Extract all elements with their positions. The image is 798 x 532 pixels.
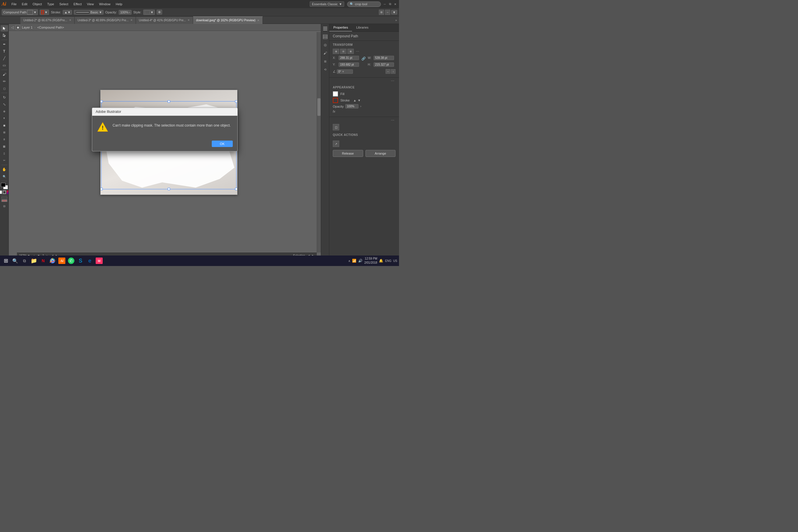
artboard-tool[interactable]: ▯ (1, 150, 8, 157)
style-dropdown[interactable]: ▼ (143, 10, 155, 15)
tab-0[interactable]: Untitled-2* @ 66.67% (RGB/Pre... ✕ (20, 16, 75, 24)
workspace-selector[interactable]: Essentials Classic ▼ (310, 1, 344, 7)
fill-color-btn[interactable] (0, 190, 2, 194)
tab-3-close[interactable]: ✕ (257, 19, 260, 22)
menu-edit[interactable]: Edit (20, 2, 30, 6)
taskbar-taskview-icon[interactable]: ⧉ (20, 256, 28, 265)
type-tool[interactable]: T (1, 48, 8, 55)
transform-options-dropdown[interactable]: ▼ (391, 10, 397, 15)
systray-expand[interactable]: ∧ (348, 259, 350, 263)
embed-btn[interactable]: ↗ (333, 140, 339, 147)
search-input[interactable] (355, 2, 378, 6)
flip-horizontal-btn[interactable]: ↔ (385, 69, 390, 74)
h-value[interactable]: 215.327 pt (374, 62, 394, 67)
stroke-up-btn[interactable]: ▲ (353, 99, 356, 102)
selection-tool[interactable] (1, 25, 8, 32)
line-tool[interactable]: ╱ (1, 55, 8, 61)
lock-proportions-icon[interactable]: 🔗 (361, 56, 365, 61)
menu-help[interactable]: Help (113, 2, 125, 6)
dialog-ok-button[interactable]: OK (212, 140, 233, 147)
breadcrumb-back[interactable]: ◁ (11, 25, 14, 30)
angle-dropdown[interactable]: ▼ (342, 70, 345, 73)
scale-tool[interactable]: ⤡ (1, 101, 8, 108)
taskbar-skype-icon[interactable]: S (76, 256, 84, 265)
layers-panel-icon[interactable] (322, 33, 329, 40)
taskbar-search-icon[interactable]: 🔍 (11, 256, 19, 265)
fill-stroke-swatches[interactable] (1, 183, 8, 189)
align-center-btn[interactable]: ⊟ (340, 49, 346, 54)
object-color-swatch[interactable] (27, 10, 33, 15)
paintbrush-tool[interactable]: 🖌 (1, 71, 8, 78)
properties-panel-icon[interactable] (322, 25, 329, 32)
opacity-dropdown[interactable]: 100% › (119, 10, 132, 15)
toggle-screens-btn[interactable]: ⊟ (1, 203, 8, 209)
taskbar-whatsapp-icon[interactable]: ✆ (67, 256, 75, 265)
vertical-scrollbar[interactable] (317, 32, 321, 252)
eraser-tool[interactable]: ◻ (1, 85, 8, 92)
normal-view-btn[interactable] (1, 196, 7, 199)
shape-builder-tool[interactable]: ⊕ (1, 108, 8, 115)
start-button[interactable]: ⊞ (2, 256, 10, 265)
angle-value[interactable]: 0° ▼ (337, 70, 353, 74)
close-button[interactable]: ✕ (393, 2, 397, 6)
taskbar-illustrator-icon[interactable]: Ai (58, 256, 66, 265)
systray-network[interactable]: 📶 (352, 259, 356, 263)
align-panel-icon[interactable]: ⊞ (322, 58, 329, 65)
align-transform-btn[interactable]: ⊞ (379, 10, 384, 15)
more-options-dots[interactable]: ··· (390, 78, 396, 83)
stroke-color-dropdown[interactable]: ▼ (40, 10, 49, 15)
align-right-btn[interactable]: ⊠ (347, 49, 354, 54)
vertical-scroll-thumb[interactable] (317, 98, 321, 116)
direct-selection-tool[interactable] (1, 32, 8, 38)
y-value[interactable]: 193.682 pt (339, 62, 359, 67)
object-type-dropdown[interactable]: Compound Path ▼ (2, 10, 38, 15)
taskbar-chrome-icon[interactable] (49, 256, 57, 265)
pen-tool[interactable]: ✒ (1, 41, 8, 48)
taskbar-indesign-icon[interactable]: Id (95, 256, 103, 265)
transform-panel-icon[interactable]: ⟲ (322, 66, 329, 73)
pencil-tool[interactable]: ✏ (1, 78, 8, 84)
menu-effect[interactable]: Effect (71, 2, 84, 6)
properties-tab[interactable]: Properties (329, 24, 352, 32)
search-box[interactable]: 🔍 (347, 1, 381, 7)
blend-tool[interactable]: 8 (1, 136, 8, 142)
stroke-options-btn[interactable]: ▼ (358, 99, 361, 102)
arrange-button[interactable]: Arrange (365, 150, 396, 157)
align-left-btn[interactable]: ⊞ (333, 49, 339, 54)
layers-btn[interactable]: ◫ (333, 124, 339, 130)
menu-view[interactable]: View (84, 2, 96, 6)
menu-window[interactable]: Window (97, 2, 113, 6)
stroke-color-swatch[interactable] (333, 98, 338, 103)
appearance-panel-icon[interactable]: ◎ (322, 41, 329, 49)
stroke-profile-dropdown[interactable]: Basic ▼ (74, 10, 103, 15)
menu-type[interactable]: Type (45, 2, 57, 6)
opacity-value-panel[interactable]: 100% (345, 104, 359, 109)
brush-panel-icon[interactable]: 🖌 (322, 50, 329, 57)
release-button[interactable]: Release (333, 150, 363, 157)
mesh-tool[interactable]: ⊞ (1, 129, 8, 136)
slice-tool[interactable]: ✂ (1, 157, 8, 164)
menu-object[interactable]: Object (30, 2, 44, 6)
notification-btn[interactable]: 🔔 (379, 259, 383, 263)
x-value[interactable]: 288.31 pt (339, 56, 359, 60)
systray-time[interactable]: 12:59 PM 2/01/2018 (364, 256, 377, 265)
tab-2-close[interactable]: ✕ (188, 19, 190, 22)
restore-button[interactable]: ⧉ (388, 2, 392, 6)
gradient-fill-btn[interactable] (7, 190, 9, 194)
menu-file[interactable]: File (9, 2, 19, 6)
rectangle-tool[interactable]: ▭ (1, 62, 8, 69)
tab-2[interactable]: Untitled-4* @ 41% (RGB/GPU Pre... ✕ (136, 16, 193, 24)
taskbar-fileexplorer-icon[interactable]: 📁 (30, 256, 38, 265)
tab-1[interactable]: Untitled-3* @ 40.99% (RGB/GPU Pre... ✕ (75, 16, 136, 24)
flip-vertical-btn[interactable]: ↕ (391, 69, 396, 74)
outline-view-btn[interactable] (1, 200, 7, 202)
stroke-width-dropdown[interactable]: ▲▼ (63, 10, 72, 15)
gradient-tool[interactable]: ◼ (1, 122, 8, 129)
tab-0-close[interactable]: ✕ (69, 19, 72, 22)
graph-tool[interactable]: ▦ (1, 143, 8, 150)
hand-tool[interactable]: ✋ (1, 166, 8, 173)
menu-select[interactable]: Select (57, 2, 71, 6)
zoom-tool[interactable]: 🔍 (1, 173, 8, 180)
taskbar-netflix-icon[interactable]: N (39, 256, 47, 265)
appearance-more-options[interactable]: ··· (390, 117, 396, 122)
